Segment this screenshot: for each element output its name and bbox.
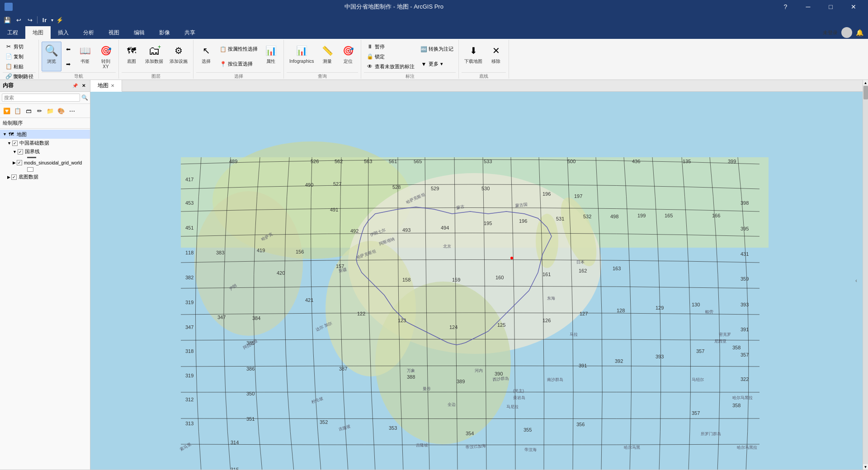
edit-tool[interactable]: ✏ [34, 106, 44, 116]
qat-dropdown-arrow[interactable]: ▾ [51, 18, 53, 23]
select-by-loc-button[interactable]: 📍 按位置选择 [217, 59, 260, 69]
remove-button[interactable]: ✕ 移除 [486, 42, 506, 71]
scroll-up-arrow[interactable]: ▲ [863, 80, 868, 85]
map-viewport[interactable]: 489 526 562 563 561 565 533 500 436 135 … [90, 92, 863, 470]
draw-tool[interactable]: 🎨 [56, 106, 66, 116]
basemap-button[interactable]: 🗺 底图 [122, 42, 142, 71]
sidebar-pin-button[interactable]: 📌 [71, 82, 79, 89]
measure-button[interactable]: 📏 测量 [317, 42, 337, 71]
back-button[interactable]: ⬅ [62, 44, 74, 54]
close-button[interactable]: ✕ [843, 0, 863, 14]
bookmark-button[interactable]: 📖 书签 [75, 42, 95, 71]
svg-text:392: 392 [615, 358, 623, 364]
download-map-button[interactable]: ⬇ 下载地图 [462, 42, 485, 71]
viewport-collapse-right[interactable]: ‹ [855, 277, 857, 284]
svg-text:393: 393 [656, 354, 664, 359]
svg-text:密克罗: 密克罗 [719, 332, 731, 337]
search-input[interactable] [2, 94, 80, 102]
more-label-button[interactable]: ▼ 更多 ▾ [418, 59, 456, 69]
list-tool[interactable]: 📋 [13, 106, 23, 116]
collapse-boundary[interactable]: ▼ [13, 150, 17, 154]
convert-anno-icon: 🔤 [420, 46, 427, 53]
add-facility-button[interactable]: ⚙ 添加设施 [167, 42, 190, 71]
tab-map[interactable]: 地图 [25, 26, 51, 39]
checkbox-boundary[interactable]: ✓ [18, 149, 23, 155]
tab-imagery[interactable]: 影像 [152, 26, 177, 39]
scroll-thumb[interactable] [863, 86, 868, 99]
sidebar-tools: 🔽 📋 🗃 ✏ 📁 🎨 ⋯ [0, 104, 90, 118]
layer-item-basemap-data[interactable]: ▶ ✓ 底图数据 [0, 173, 90, 181]
restore-button[interactable]: □ [821, 0, 841, 14]
tab-insert[interactable]: 插入 [51, 26, 76, 39]
goto-xy-button[interactable]: 🎯 转到XY [96, 42, 116, 71]
svg-text:156: 156 [296, 249, 304, 254]
legend-boundary [0, 156, 90, 159]
layer-item-map[interactable]: ▼ 🗺 地图 [0, 130, 90, 139]
svg-text:351: 351 [246, 416, 255, 422]
lock-button[interactable]: 🔒 锁定 [364, 52, 417, 61]
qat-undo-button[interactable]: ↩ [14, 15, 24, 25]
svg-text:526: 526 [311, 159, 319, 164]
checkbox-modis[interactable]: ✓ [17, 160, 22, 165]
cut-button[interactable]: ✂ 剪切 [3, 42, 36, 52]
scroll-track[interactable] [863, 85, 868, 464]
select-by-attr-button[interactable]: 📋 按属性性选择 [217, 44, 260, 54]
select-button[interactable]: ↖ 选择 [196, 42, 216, 71]
convert-to-anno-button[interactable]: 🔤 转换为注记 [418, 44, 456, 54]
map-canvas[interactable]: 489 526 562 563 561 565 533 500 436 135 … [90, 92, 863, 470]
qat-extra-button[interactable]: ⚡ [55, 15, 65, 25]
svg-text:490: 490 [305, 182, 313, 188]
scroll-down-arrow[interactable]: ▼ [863, 464, 868, 470]
checkbox-basemap-data[interactable]: ✓ [11, 174, 17, 180]
notification-icon[interactable]: 🔔 [856, 29, 863, 36]
svg-text:全边: 全边 [448, 402, 456, 407]
filter-tool[interactable]: 🔽 [2, 106, 12, 116]
svg-text:562: 562 [335, 159, 343, 164]
tab-analysis[interactable]: 分析 [76, 26, 101, 39]
qat-save-button[interactable]: 💾 [2, 15, 12, 25]
infographics-button[interactable]: 📊 Infographics [287, 42, 316, 71]
help-button[interactable]: ? [775, 0, 796, 14]
map-tab-main[interactable]: 地图 ✕ [90, 80, 122, 92]
paste-button[interactable]: 📋 粘贴 [3, 61, 36, 71]
collapse-basemap-data[interactable]: ▶ [7, 175, 10, 179]
copy-button[interactable]: 📄 复制 [3, 52, 36, 61]
svg-text:357: 357 [696, 348, 704, 354]
collapse-modis[interactable]: ▶ [13, 160, 16, 165]
svg-text:哈尔马黑: 哈尔马黑 [624, 445, 640, 450]
browse-icon: 🔍 [44, 43, 59, 58]
minimize-button[interactable]: ─ [798, 0, 818, 14]
svg-text:399: 399 [728, 159, 736, 164]
collapse-china-base[interactable]: ▼ [7, 141, 11, 146]
query-label: 查询 [287, 72, 358, 80]
add-data-button[interactable]: 🗂+ 添加数据 [142, 42, 166, 71]
qat-redo-button[interactable]: ↪ [25, 15, 35, 25]
layer-item-china-base[interactable]: ▼ ✓ 中国基础数据 [0, 139, 90, 147]
tab-edit[interactable]: 编辑 [127, 26, 152, 39]
svg-text:165: 165 [665, 213, 673, 218]
measure-icon: 📏 [320, 43, 335, 58]
collapse-map[interactable]: ▼ [3, 132, 7, 136]
pause-label-button[interactable]: ⏸ 暂停 [364, 42, 417, 52]
search-icon[interactable]: 🔍 [81, 94, 88, 101]
browse-button[interactable]: 🔍 浏览 [42, 42, 61, 71]
locate-button[interactable]: 🎯 定位 [338, 42, 358, 71]
tab-share[interactable]: 共享 [177, 26, 203, 39]
svg-text:355: 355 [524, 427, 532, 432]
forward-button[interactable]: ➡ [62, 59, 74, 69]
layer-item-modis[interactable]: ▶ ✓ modis_sinusoidal_grid_world [0, 159, 90, 166]
table-tool[interactable]: 🗃 [24, 106, 33, 116]
map-tab-close[interactable]: ✕ [111, 83, 114, 88]
more-tool[interactable]: ⋯ [67, 106, 77, 116]
tab-view[interactable]: 视图 [101, 26, 127, 39]
checkbox-china-base[interactable]: ✓ [12, 141, 18, 146]
svg-text:312: 312 [185, 397, 193, 402]
app-icon-1[interactable] [5, 3, 13, 11]
group-tool[interactable]: 📁 [45, 106, 55, 116]
sidebar-close-button[interactable]: ✕ [80, 82, 87, 89]
tab-project[interactable]: 工程 [0, 26, 25, 39]
attribute-button[interactable]: 📊 属性 [261, 42, 281, 71]
view-unplaced-button[interactable]: 👁 查看未放置的标注 [364, 61, 417, 71]
ribbon-tabs: 工程 地图 插入 分析 视图 编辑 影像 共享 未登录 🔔 [0, 26, 868, 39]
layer-item-boundary[interactable]: ▼ ✓ 国界线 [0, 147, 90, 156]
